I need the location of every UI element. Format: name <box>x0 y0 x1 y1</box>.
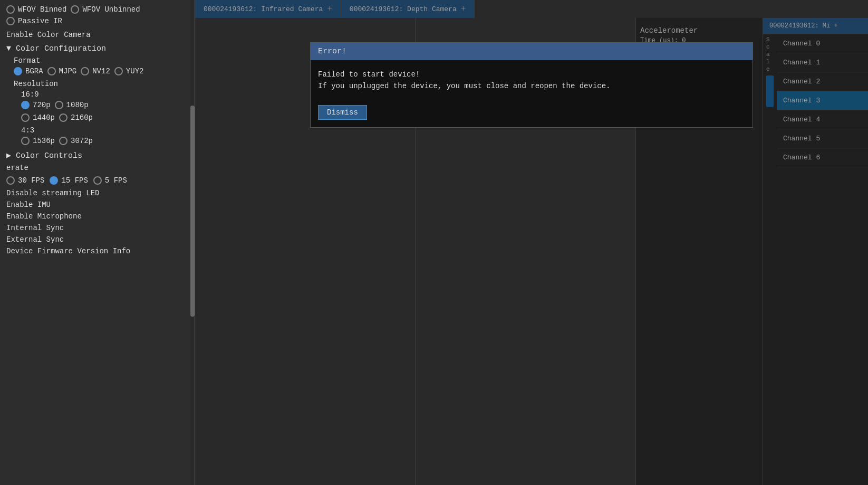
error-line1: Failed to start device! <box>318 69 745 80</box>
res-720-radio[interactable] <box>21 101 30 109</box>
res-720-option[interactable]: 720p <box>21 101 51 109</box>
operate-label: erate <box>6 164 188 172</box>
res-720-label: 720p <box>33 101 51 109</box>
res-1536-radio[interactable] <box>21 137 30 145</box>
format-bgra[interactable]: BGRA <box>14 67 43 75</box>
enable-mic-item[interactable]: Enable Microphone <box>6 212 188 221</box>
ratio-43-label: 4:3 <box>14 126 188 135</box>
passive-ir-label: Passive IR <box>18 17 62 25</box>
disable-led-item[interactable]: Disable streaming LED <box>6 189 188 197</box>
fps-group: 30 FPS 15 FPS 5 FPS <box>6 176 188 185</box>
passive-ir-radio[interactable] <box>6 17 15 25</box>
wfov-unbinned-label: WFOV Unbinned <box>82 5 140 14</box>
res-1536-label: 1536p <box>33 137 55 145</box>
error-line2: If you unplugged the device, you must cl… <box>318 80 745 92</box>
device-firmware-item[interactable]: Device Firmware Version Info <box>6 247 188 255</box>
res-1536-option[interactable]: 1536p <box>21 137 55 145</box>
fps-15-radio[interactable] <box>50 176 58 185</box>
wfov-unbinned-radio[interactable] <box>71 5 79 14</box>
fps-15-label: 15 FPS <box>61 176 88 185</box>
fps-30-label: 30 FPS <box>18 176 44 185</box>
wfov-binned-option[interactable]: WFOV Binned <box>6 5 66 14</box>
res-row1: 720p 1080p <box>21 101 188 109</box>
fps-5-radio[interactable] <box>93 176 102 185</box>
res-2160-radio[interactable] <box>59 113 67 122</box>
res-1080-option[interactable]: 1080p <box>55 101 89 109</box>
fps-5-label: 5 FPS <box>105 176 127 185</box>
res-3072-label: 3072p <box>71 137 93 145</box>
mjpg-label: MJPG <box>59 67 77 75</box>
format-label: Format <box>14 56 188 65</box>
format-group: BGRA MJPG NV12 YUY2 <box>14 67 188 75</box>
color-config-label: ▼ Color Configuration <box>6 44 106 53</box>
res-3072-radio[interactable] <box>59 137 67 145</box>
passive-ir-option[interactable]: Passive IR <box>6 17 188 25</box>
color-controls-label: ▶ Color Controls <box>6 150 82 160</box>
enable-color-checkbox[interactable]: Enable Color Camera <box>6 31 188 39</box>
enable-imu-item[interactable]: Enable IMU <box>6 201 188 209</box>
modal-overlay: Error! Failed to start device! If you un… <box>195 0 868 485</box>
internal-sync-item[interactable]: Internal Sync <box>6 224 188 232</box>
wfov-binned-radio[interactable] <box>6 5 15 14</box>
enable-mic-label: Enable Microphone <box>6 212 82 221</box>
fps-30-option[interactable]: 30 FPS <box>6 176 44 185</box>
error-modal-footer: Dismiss <box>311 101 753 127</box>
res-1080-radio[interactable] <box>55 101 63 109</box>
sidebar-scrollbar[interactable] <box>190 0 195 485</box>
resolution-169-group: 720p 1080p 1440p 2160p <box>14 101 188 122</box>
res-1080-label: 1080p <box>66 101 89 109</box>
res-1440-option[interactable]: 1440p <box>21 113 55 122</box>
fps-30-radio[interactable] <box>6 176 15 185</box>
format-nv12[interactable]: NV12 <box>81 67 110 75</box>
dismiss-button[interactable]: Dismiss <box>318 105 367 120</box>
fps-15-option[interactable]: 15 FPS <box>50 176 88 185</box>
internal-sync-label: Internal Sync <box>6 224 64 232</box>
error-modal-header: Error! <box>311 43 753 60</box>
error-modal-body: Failed to start device! If you unplugged… <box>311 60 753 101</box>
yuy2-radio[interactable] <box>114 67 123 75</box>
format-yuy2[interactable]: YUY2 <box>114 67 144 75</box>
sidebar: WFOV Binned WFOV Unbinned Passive IR Ena… <box>0 0 195 485</box>
ratio-169-label: 16:9 <box>14 90 188 99</box>
format-mjpg[interactable]: MJPG <box>47 67 77 75</box>
yuy2-label: YUY2 <box>126 67 144 75</box>
device-firmware-label: Device Firmware Version Info <box>6 247 130 255</box>
resolution-43-group: 1536p 3072p <box>14 137 188 145</box>
sidebar-scrollbar-thumb[interactable] <box>190 106 195 317</box>
wfov-binned-label: WFOV Binned <box>18 5 66 14</box>
mjpg-radio[interactable] <box>47 67 56 75</box>
resolution-label: Resolution <box>14 80 188 88</box>
res-3072-option[interactable]: 3072p <box>59 137 93 145</box>
bgra-label: BGRA <box>25 67 43 75</box>
enable-imu-label: Enable IMU <box>6 201 51 209</box>
bgra-radio[interactable] <box>14 67 22 75</box>
external-sync-label: External Sync <box>6 235 64 244</box>
wfov-unbinned-option[interactable]: WFOV Unbinned <box>71 5 140 14</box>
color-controls-header[interactable]: ▶ Color Controls <box>6 150 188 160</box>
error-title: Error! <box>318 47 346 56</box>
nv12-radio[interactable] <box>81 67 89 75</box>
res-2160-label: 2160p <box>71 113 93 122</box>
content-area: 000024193612: Infrared Camera + 00002419… <box>195 0 868 485</box>
fps-5-option[interactable]: 5 FPS <box>93 176 127 185</box>
res-2160-option[interactable]: 2160p <box>59 113 93 122</box>
res-1440-label: 1440p <box>33 113 55 122</box>
enable-color-label: Enable Color Camera <box>6 31 91 39</box>
color-config-section: Format BGRA MJPG NV12 YUY2 <box>6 56 188 145</box>
res-43-row1: 1536p 3072p <box>21 137 188 145</box>
res-1440-radio[interactable] <box>21 113 30 122</box>
res-row2: 1440p 2160p <box>21 113 188 122</box>
depth-mode-group: WFOV Binned WFOV Unbinned <box>6 5 188 14</box>
disable-led-label: Disable streaming LED <box>6 189 99 197</box>
error-modal: Error! Failed to start device! If you un… <box>310 42 753 128</box>
main-layout: WFOV Binned WFOV Unbinned Passive IR Ena… <box>0 0 868 485</box>
nv12-label: NV12 <box>92 67 110 75</box>
external-sync-item[interactable]: External Sync <box>6 235 188 244</box>
color-config-header[interactable]: ▼ Color Configuration <box>6 44 188 53</box>
